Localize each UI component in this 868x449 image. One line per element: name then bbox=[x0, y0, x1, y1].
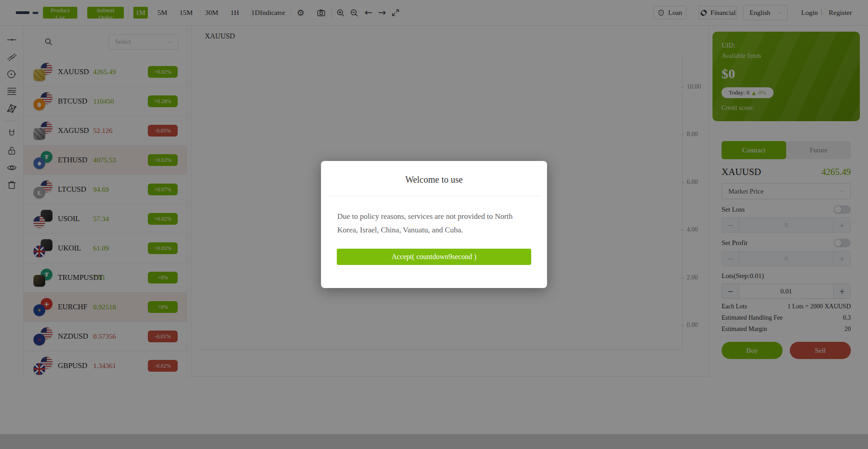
accept-button[interactable]: Accept( countdown9second ) bbox=[337, 249, 531, 265]
trading-app: Product List Submit Order 1M 5M 15M 30M … bbox=[0, 0, 868, 449]
modal-body-text: Due to policy reasons, services are not … bbox=[337, 210, 531, 237]
welcome-modal: Welcome to use Due to policy reasons, se… bbox=[321, 161, 547, 288]
modal-title: Welcome to use bbox=[321, 175, 547, 185]
divider bbox=[328, 196, 540, 196]
